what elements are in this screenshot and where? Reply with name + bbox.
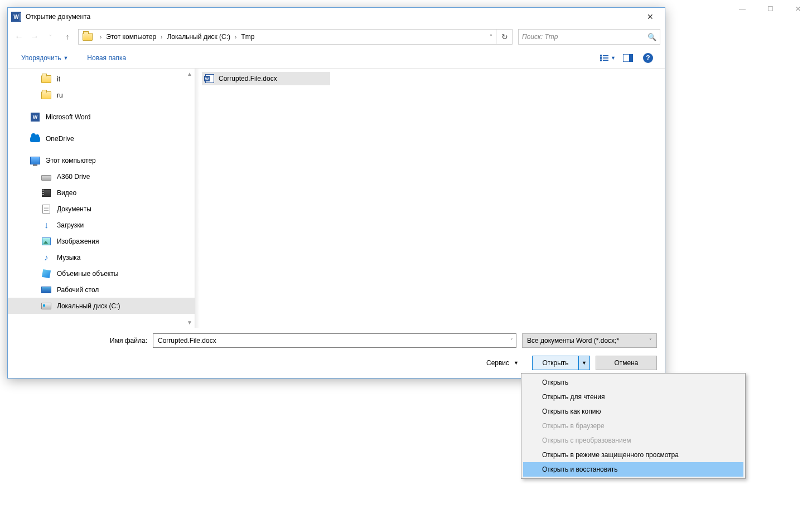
sidebar-item[interactable]: A360 Drive [8, 168, 195, 185]
organize-button[interactable]: Упорядочить ▼ [17, 51, 72, 65]
sidebar-item-label: Microsoft Word [46, 113, 90, 121]
dialog-titlebar: W Открытие документа ✕ [8, 8, 665, 26]
sidebar-item[interactable]: Документы [8, 201, 195, 217]
refresh-button[interactable]: ↻ [496, 30, 512, 44]
breadcrumb-item[interactable]: Этот компьютер [105, 31, 157, 43]
sidebar-item-label: Локальный диск (C:) [57, 302, 120, 310]
video-icon [41, 188, 51, 197]
svg-rect-3 [603, 55, 608, 56]
dialog-title: Открытие документа [26, 13, 639, 21]
navigation-row: ← → ˅ ↑ › Этот компьютер › Локальный дис… [8, 26, 665, 48]
view-options-button[interactable]: ▼ [600, 51, 616, 65]
sidebar-item[interactable]: Видео [8, 185, 195, 201]
filename-history-caret[interactable]: ˅ [510, 338, 513, 343]
open-file-dialog: W Открытие документа ✕ ← → ˅ ↑ › Этот ко… [7, 7, 665, 379]
drive-icon [41, 172, 51, 181]
sidebar-item-label: A360 Drive [57, 173, 90, 181]
nav-up-button[interactable]: ↑ [61, 31, 74, 43]
sidebar-item[interactable]: Этот компьютер [8, 152, 195, 168]
open-menu-item[interactable]: Открыть [523, 375, 743, 390]
open-menu-item[interactable]: Открыть и восстановить [523, 462, 743, 477]
music-icon: ♪ [41, 253, 51, 262]
open-menu-item: Открыть в браузере [523, 419, 743, 433]
nav-back-button[interactable]: ← [12, 30, 26, 43]
file-list-pane[interactable]: Corrupted.File.docx [195, 69, 665, 328]
chevron-down-icon: ▼ [63, 55, 68, 61]
nav-recent-caret[interactable]: ˅ [44, 30, 57, 43]
cancel-button[interactable]: Отмена [596, 356, 657, 370]
onedrive-icon [30, 134, 40, 143]
breadcrumb-separator-icon: › [96, 34, 105, 40]
svg-rect-2 [600, 60, 602, 61]
sidebar-item-label: Документы [57, 205, 91, 213]
3d-icon [41, 269, 51, 278]
sidebar-item[interactable]: Локальный диск (C:) [8, 298, 195, 314]
file-item[interactable]: Corrupted.File.docx [202, 72, 330, 85]
search-icon[interactable]: 🔍 [647, 33, 656, 41]
dialog-close-button[interactable]: ✕ [639, 9, 661, 25]
sidebar-item-label: Объемные объекты [57, 270, 118, 278]
open-menu-item[interactable]: Открыть в режиме защищенного просмотра [523, 448, 743, 462]
dialog-footer: Имя файла: ˅ Все документы Word (*.docx;… [8, 328, 665, 378]
breadcrumb-separator-icon: › [231, 34, 240, 40]
address-history-caret[interactable]: ˅ [485, 34, 496, 40]
chevron-down-icon: ▼ [514, 360, 519, 366]
desktop-icon [41, 285, 51, 294]
open-menu-item: Открыть с преобразованием [523, 433, 743, 448]
sidebar-item-label: it [57, 75, 60, 83]
open-split-button: Открыть ▼ [532, 356, 590, 370]
sidebar-item[interactable]: Рабочий стол [8, 282, 195, 298]
preview-pane-button[interactable] [620, 51, 636, 65]
sidebar-item[interactable]: it [8, 71, 195, 87]
scroll-up-icon[interactable]: ▲ [187, 71, 192, 77]
open-menu-item[interactable]: Открыть как копию [523, 404, 743, 419]
sidebar-item[interactable]: WMicrosoft Word [8, 109, 195, 125]
image-icon [41, 237, 51, 246]
address-bar[interactable]: › Этот компьютер › Локальный диск (C:) ›… [78, 29, 513, 45]
svg-rect-4 [603, 57, 608, 59]
sidebar-item[interactable]: Объемные объекты [8, 265, 195, 282]
nav-forward-button[interactable]: → [28, 30, 41, 43]
word-app-icon: W [11, 12, 21, 22]
tools-menu-button[interactable]: Сервис ▼ [486, 359, 519, 367]
svg-rect-5 [603, 60, 608, 61]
parent-window-controls: — ☐ ✕ [667, 0, 812, 20]
pc-icon [30, 156, 40, 165]
dialog-body: itruWMicrosoft WordOneDriveЭтот компьюте… [8, 68, 665, 328]
sidebar-item[interactable]: Изображения [8, 233, 195, 249]
new-folder-button[interactable]: Новая папка [83, 51, 130, 65]
sidebar-scrollbar[interactable]: ▲ ▼ [185, 69, 195, 328]
help-button[interactable]: ? [640, 51, 656, 65]
navigation-sidebar: itruWMicrosoft WordOneDriveЭтот компьюте… [8, 69, 195, 328]
breadcrumb-separator-icon: › [157, 34, 166, 40]
sidebar-item-label: Видео [57, 189, 76, 197]
sidebar-item[interactable]: ♪Музыка [8, 249, 195, 265]
file-type-filter[interactable]: Все документы Word (*.docx;* ˅ [522, 333, 657, 348]
sidebar-item-label: Этот компьютер [46, 157, 96, 164]
parent-maximize-button[interactable]: ☐ [756, 0, 784, 18]
word-doc-icon [205, 74, 214, 83]
toolbar: Упорядочить ▼ Новая папка ▼ ? [8, 48, 665, 68]
filename-input[interactable] [153, 333, 516, 348]
svg-rect-1 [600, 57, 602, 59]
parent-close-button[interactable]: ✕ [784, 0, 812, 18]
scroll-down-icon[interactable]: ▼ [187, 319, 192, 326]
parent-minimize-button[interactable]: — [728, 0, 756, 18]
svg-rect-0 [600, 55, 602, 56]
sidebar-item[interactable]: OneDrive [8, 130, 195, 147]
download-icon: ↓ [41, 221, 51, 230]
sidebar-item[interactable]: ru [8, 87, 195, 103]
breadcrumb-item[interactable]: Tmp [240, 31, 255, 43]
sidebar-item[interactable]: ↓Загрузки [8, 217, 195, 233]
open-button[interactable]: Открыть [533, 356, 578, 370]
open-menu-item[interactable]: Открыть для чтения [523, 390, 743, 404]
chevron-down-icon: ˅ [649, 338, 652, 343]
open-dropdown-caret[interactable]: ▼ [578, 356, 589, 370]
folder-icon [41, 91, 51, 100]
sidebar-item-label: Музыка [57, 254, 80, 261]
breadcrumb-item[interactable]: Локальный диск (C:) [166, 31, 231, 43]
search-input[interactable] [522, 33, 647, 41]
organize-label: Упорядочить [21, 54, 61, 62]
tools-label: Сервис [486, 359, 509, 367]
doc-icon [41, 205, 51, 214]
